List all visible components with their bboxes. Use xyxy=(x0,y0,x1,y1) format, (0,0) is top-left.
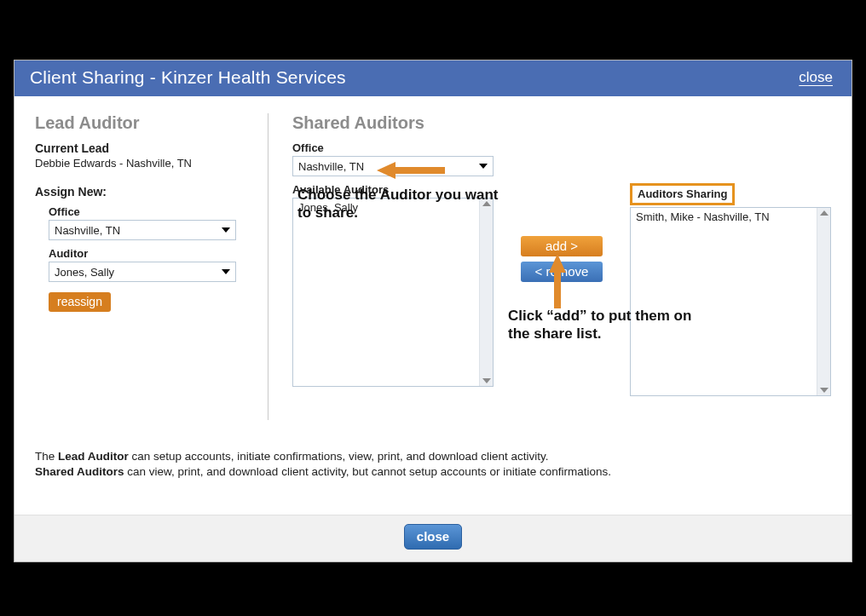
modal-title: Client Sharing - Kinzer Health Services xyxy=(30,67,346,88)
current-lead-value: Debbie Edwards - Nashville, TN xyxy=(35,157,249,170)
lead-auditor-select[interactable]: Jones, Sally xyxy=(49,262,236,282)
list-item[interactable]: Jones, Sally xyxy=(297,200,476,215)
footnote-bold: Shared Auditors xyxy=(35,465,124,478)
lead-auditor-label: Auditor xyxy=(49,247,249,260)
lead-office-label: Office xyxy=(49,205,249,218)
available-auditors-label: Available Auditors xyxy=(292,183,494,196)
assign-new-label: Assign New: xyxy=(35,185,249,199)
scrollbar[interactable] xyxy=(479,199,493,386)
current-lead-label: Current Lead xyxy=(35,141,249,155)
remove-button[interactable]: < remove xyxy=(521,262,603,282)
close-link-top[interactable]: close xyxy=(795,67,836,88)
lead-auditor-heading: Lead Auditor xyxy=(35,113,249,133)
client-sharing-modal: Client Sharing - Kinzer Health Services … xyxy=(14,60,852,562)
close-button[interactable]: close xyxy=(404,524,462,550)
lead-office-select[interactable]: Nashville, TN xyxy=(49,220,236,240)
footnote-bold: Lead Auditor xyxy=(58,450,129,463)
modal-header: Client Sharing - Kinzer Health Services … xyxy=(14,60,852,96)
footnote-text: The xyxy=(35,450,58,463)
auditors-sharing-label: Auditors Sharing xyxy=(630,183,735,205)
reassign-button[interactable]: reassign xyxy=(49,292,111,312)
shared-auditors-heading: Shared Auditors xyxy=(292,113,831,133)
lead-auditor-pane: Lead Auditor Current Lead Debbie Edwards… xyxy=(35,113,268,420)
list-item[interactable]: Smith, Mike - Nashville, TN xyxy=(634,210,813,224)
footnote-text: can view, print, and download client act… xyxy=(124,465,612,478)
shared-office-select[interactable]: Nashville, TN xyxy=(292,156,494,176)
modal-body: Lead Auditor Current Lead Debbie Edwards… xyxy=(14,96,852,515)
shared-auditors-pane: Shared Auditors Office Nashville, TN Ava… xyxy=(292,113,831,420)
auditors-sharing-list[interactable]: Smith, Mike - Nashville, TN xyxy=(630,207,831,396)
lead-office-value: Nashville, TN xyxy=(55,224,120,237)
footnote-text: can setup accounts, initiate confirmatio… xyxy=(129,450,549,463)
shared-office-label: Office xyxy=(292,141,831,154)
available-auditors-list[interactable]: Jones, Sally xyxy=(292,198,494,387)
add-button[interactable]: add > xyxy=(521,236,603,256)
shared-office-value: Nashville, TN xyxy=(298,160,364,173)
modal-footer: close xyxy=(14,515,852,561)
lead-auditor-value: Jones, Sally xyxy=(55,266,114,279)
scrollbar[interactable] xyxy=(817,208,830,395)
footnote: The Lead Auditor can setup accounts, ini… xyxy=(35,449,831,480)
